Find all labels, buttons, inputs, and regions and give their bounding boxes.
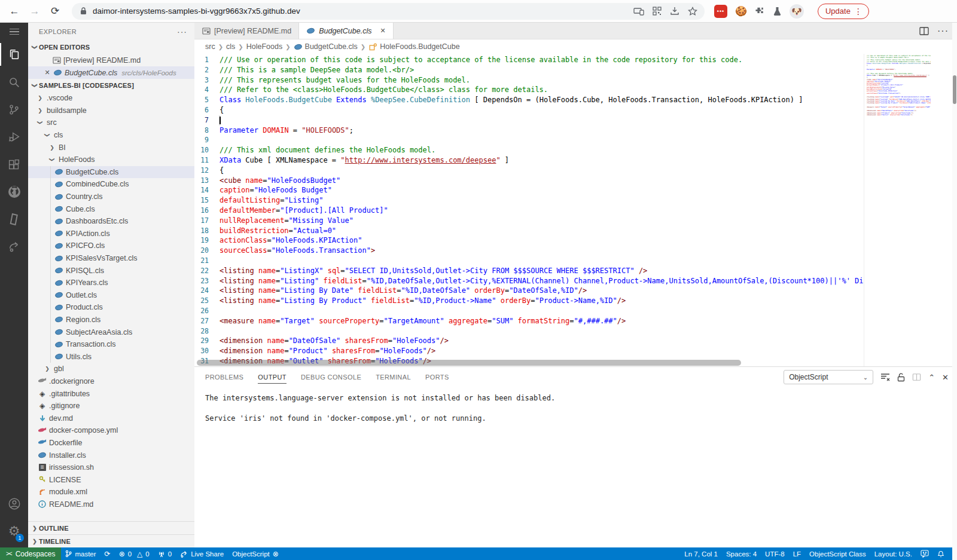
file-outlet-cls[interactable]: Outlet.cls [28,289,194,302]
folder-cls[interactable]: ❯cls [28,129,194,142]
close-icon[interactable]: ✕ [380,27,385,35]
folder-buildsample[interactable]: ❯buildsample [28,105,194,117]
folder--vscode[interactable]: ❯.vscode [28,92,194,105]
server-share-icon[interactable] [0,233,28,261]
keyboard-layout-indicator[interactable]: Layout: U.S. [870,547,916,560]
code-line-21[interactable]: 21 [194,256,864,266]
code-line-28[interactable]: 28 [194,326,864,336]
file--gitattributes[interactable]: ◈.gitattributes [28,387,194,400]
split-editor-icon[interactable] [919,26,929,36]
indentation-indicator[interactable]: Spaces: 4 [722,547,761,560]
code-line-23[interactable]: 23<listing name="Listing" fieldList="%ID… [194,276,864,286]
outline-section-header[interactable]: ❯ OUTLINE [28,521,194,534]
qr-icon[interactable] [653,7,662,16]
code-line-2[interactable]: 2/// This is a sample DeepSee data model… [194,65,864,75]
intersystems-icon[interactable] [0,206,28,233]
maximize-panel-icon[interactable]: ⌃ [928,373,935,382]
update-button[interactable]: Update ⋮ [818,4,869,19]
file-kpicfo-cls[interactable]: KPICFO.cls [28,240,194,252]
remote-indicator[interactable]: >< Codespaces [0,547,61,560]
breadcrumb-item-holefoods-budgetcube[interactable]: HoleFoods.BudgetCube [368,42,459,51]
menu-hamburger-icon[interactable] [0,23,28,41]
code-line-22[interactable]: 22<listing name="ListingX" sql="SELECT I… [194,266,864,276]
folder-bi[interactable]: ❯BI [28,141,194,154]
browser-forward-button[interactable]: → [26,3,43,20]
download-icon[interactable] [670,7,679,16]
file-combinedcube-cls[interactable]: CombinedCube.cls [28,178,194,191]
file-country-cls[interactable]: Country.cls [28,191,194,203]
breadcrumb-item-budgetcube-cls[interactable]: BudgetCube.cls [294,42,358,51]
eol-indicator[interactable]: LF [789,547,805,560]
objectscript-server-indicator[interactable]: ObjectScript ⊗ [228,547,283,560]
notifications-bell-button[interactable] [933,547,949,560]
password-ext-icon[interactable]: ••• [714,5,727,18]
code-line-29[interactable]: 29<dimension name="DateOfSale" sharesFro… [194,336,864,346]
file-dev-md[interactable]: dev.md [28,412,194,424]
panel-tab-debug-console[interactable]: DEBUG CONSOLE [301,367,361,387]
file-kpiaction-cls[interactable]: KPIAction.cls [28,228,194,240]
file-kpiyears-cls[interactable]: KPIYears.cls [28,277,194,289]
code-line-27[interactable]: 27<measure name="Target" sourceProperty=… [194,316,864,326]
run-debug-icon[interactable] [0,123,28,151]
browser-page-scrollbar[interactable] [952,23,957,560]
bookmark-star-icon[interactable] [688,7,697,16]
encoding-indicator[interactable]: UTF-8 [761,547,789,560]
file-product-cls[interactable]: Product.cls [28,301,194,314]
timeline-section-header[interactable]: ❯ TIMELINE [28,534,194,547]
extensions-icon[interactable] [0,151,28,178]
code-line-15[interactable]: 15defaultListing="Listing" [194,195,864,206]
file-irissession-sh[interactable]: ☰irissession.sh [28,461,194,474]
horizontal-scrollbar[interactable] [197,360,741,366]
breadcrumb-item-holefoods[interactable]: HoleFoods [246,42,282,51]
code-line-3[interactable]: 3/// This represents budget values for t… [194,75,864,85]
ports-indicator[interactable]: 0 [154,547,176,560]
panel-tab-terminal[interactable]: TERMINAL [376,367,411,387]
profile-avatar[interactable]: 🐶 [790,4,804,19]
code-line-1[interactable]: 1/// Use or operation of this code is su… [194,55,864,65]
live-share-button[interactable]: Live Share [176,547,228,560]
file--gitignore[interactable]: ◈.gitignore [28,400,194,412]
open-editor-readme[interactable]: [Preview] README.md [28,54,194,66]
menu-dots-icon[interactable]: ⋮ [851,7,866,16]
open-editors-header[interactable]: ❯ OPEN EDITORS [28,41,194,54]
code-line-11[interactable]: 11XData Cube [ XMLNamespace = "http://ww… [194,155,864,166]
code-editor[interactable]: 1/// Use or operation of this code is su… [194,54,957,366]
folder-src[interactable]: ❯src [28,117,194,129]
code-line-7[interactable]: 7 [194,115,864,126]
file-kpisalesvstarget-cls[interactable]: KPISalesVsTarget.cls [28,252,194,265]
minimap[interactable]: /// Use or operation of this code is sub… [864,54,931,366]
code-line-13[interactable]: 13<cube name="HoleFoodsBudget" [194,176,864,186]
code-line-12[interactable]: 12{ [194,166,864,176]
file-transaction-cls[interactable]: Transaction.cls [28,338,194,351]
explorer-more-actions-icon[interactable]: ··· [177,27,187,36]
panel-tab-problems[interactable]: PROBLEMS [205,367,243,387]
code-line-6[interactable]: 6{ [194,105,864,115]
breadcrumb-item-src[interactable]: src [205,42,215,51]
language-mode-indicator[interactable]: ObjectScript Class [805,547,870,560]
explorer-icon[interactable] [0,41,28,68]
code-line-30[interactable]: 30<dimension name="Product" sharesFrom="… [194,346,864,356]
folder-gbl[interactable]: ❯gbl [28,363,194,375]
file-module-xml[interactable]: module.xml [28,486,194,498]
file-utils-cls[interactable]: Utils.cls [28,350,194,363]
cookie-ext-icon[interactable]: 🍪 [735,5,747,17]
search-icon[interactable] [0,68,28,96]
panel-tab-ports[interactable]: PORTS [425,367,449,387]
code-line-25[interactable]: 25<listing name="Listing By Product" fie… [194,296,864,306]
close-panel-icon[interactable]: ✕ [942,373,949,382]
code-line-4[interactable]: 4/// Refer to the <class>HoleFoods.Budge… [194,85,864,95]
file-cube-cls[interactable]: Cube.cls [28,203,194,215]
workspace-root-header[interactable]: ❯ SAMPLES-BI [CODESPACES] [28,79,194,92]
file--dockerignore[interactable]: .dockerignore [28,375,194,388]
file-budgetcube-cls[interactable]: BudgetCube.cls [28,166,194,179]
cursor-position-indicator[interactable]: Ln 7, Col 1 [680,547,722,560]
code-line-5[interactable]: 5Class HoleFoods.BudgetCube Extends %Dee… [194,95,864,105]
file-installer-cls[interactable]: Installer.cls [28,449,194,461]
branch-indicator[interactable]: master [61,547,100,560]
browser-reload-button[interactable]: ⟳ [47,3,63,20]
file-dashboardsetc-cls[interactable]: DashboardsEtc.cls [28,215,194,228]
folder-holefoods[interactable]: ❯HoleFoods [28,154,194,166]
file-region-cls[interactable]: Region.cls [28,314,194,326]
settings-gear-icon[interactable]: ⚙ 1 [0,518,28,545]
code-line-26[interactable]: 26 [194,306,864,316]
